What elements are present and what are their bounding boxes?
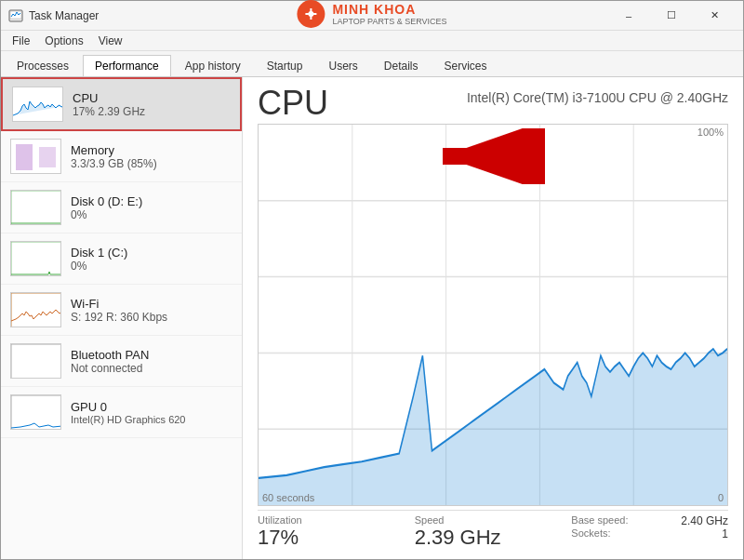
memory-value: 3.3/3.9 GB (85%) — [71, 157, 232, 170]
tab-startup[interactable]: Startup — [255, 55, 315, 76]
tab-users[interactable]: Users — [316, 55, 369, 76]
title-bar-controls: – ☐ ✕ — [607, 1, 736, 31]
cpu-main-title: CPU — [258, 87, 328, 120]
disk0-label: Disk 0 (D: E:) — [71, 194, 232, 208]
svg-rect-10 — [11, 293, 61, 327]
utilization-stat: Utilization 17% — [258, 514, 415, 550]
menu-options[interactable]: Options — [37, 33, 90, 49]
menu-file[interactable]: File — [5, 33, 37, 49]
disk1-value: 0% — [71, 260, 232, 273]
cpu-chart-svg — [259, 125, 727, 505]
speed-stat: Speed 2.39 GHz — [415, 514, 572, 550]
wifi-info: Wi-Fi S: 192 R: 360 Kbps — [71, 297, 232, 324]
sidebar-item-gpu[interactable]: GPU 0 Intel(R) HD Graphics 620 — [1, 387, 242, 438]
cpu-info: CPU 17% 2.39 GHz — [73, 91, 231, 118]
brand-circle-icon — [297, 0, 325, 28]
cpu-thumbnail — [12, 87, 63, 122]
cpu-header: CPU Intel(R) Core(TM) i3-7100U CPU @ 2.4… — [258, 87, 728, 120]
svg-rect-11 — [11, 344, 61, 379]
chart-label-zero: 0 — [718, 492, 724, 503]
bluetooth-thumbnail — [10, 343, 61, 379]
base-speed-row: Base speed: 2.40 GHz — [571, 514, 728, 527]
disk1-thumbnail — [10, 241, 61, 276]
tab-performance[interactable]: Performance — [83, 55, 171, 76]
title-bar-left: Task Manager — [8, 8, 99, 23]
wifi-thumbnail — [10, 292, 61, 327]
sidebar-item-disk0[interactable]: Disk 0 (D: E:) 0% — [1, 182, 242, 233]
brand-logo: MINH KHOA LAPTOP PARTS & SERVICES — [297, 0, 446, 28]
tabs-bar: Processes Performance App history Startu… — [1, 51, 743, 77]
tab-services[interactable]: Services — [432, 55, 499, 76]
bluetooth-info: Bluetooth PAN Not connected — [71, 348, 232, 375]
svg-rect-9 — [11, 242, 61, 276]
main-panel: CPU Intel(R) Core(TM) i3-7100U CPU @ 2.4… — [243, 77, 743, 559]
content-area: CPU 17% 2.39 GHz Memory 3.3/3.9 GB (85%) — [1, 77, 743, 559]
wifi-value: S: 192 R: 360 Kbps — [71, 311, 232, 324]
menu-view[interactable]: View — [91, 33, 130, 49]
sockets-row: Sockets: 1 — [571, 527, 728, 540]
disk1-info: Disk 1 (C:) 0% — [71, 246, 232, 273]
gpu-value: Intel(R) HD Graphics 620 — [71, 414, 232, 425]
close-button[interactable]: ✕ — [693, 1, 736, 31]
sidebar-item-cpu[interactable]: CPU 17% 2.39 GHz — [1, 77, 242, 131]
chart-label-time: 60 seconds — [262, 492, 314, 503]
bluetooth-label: Bluetooth PAN — [71, 348, 232, 362]
tab-app-history[interactable]: App history — [173, 55, 253, 76]
disk0-info: Disk 0 (D: E:) 0% — [71, 194, 232, 221]
speed-label: Speed — [415, 514, 572, 526]
sidebar-item-disk1[interactable]: Disk 1 (C:) 0% — [1, 233, 242, 285]
sockets-label: Sockets: — [571, 527, 610, 540]
svg-point-3 — [308, 11, 313, 17]
base-speed-stat: Base speed: 2.40 GHz Sockets: 1 — [571, 514, 728, 550]
task-manager-window: Task Manager MINH KHOA LAPTOP PARTS & SE… — [0, 0, 744, 560]
svg-rect-4 — [13, 87, 63, 122]
cpu-label: CPU — [73, 91, 231, 105]
gpu-info: GPU 0 Intel(R) HD Graphics 620 — [71, 400, 232, 425]
sockets-value: 1 — [722, 527, 728, 540]
svg-rect-6 — [16, 144, 33, 170]
chart-label-100: 100% — [698, 127, 724, 138]
utilization-value: 17% — [258, 526, 415, 550]
sidebar: CPU 17% 2.39 GHz Memory 3.3/3.9 GB (85%) — [1, 77, 243, 559]
disk1-label: Disk 1 (C:) — [71, 246, 232, 260]
sidebar-item-memory[interactable]: Memory 3.3/3.9 GB (85%) — [1, 131, 242, 182]
gpu-thumbnail — [10, 394, 61, 430]
base-speed-value: 2.40 GHz — [681, 514, 728, 527]
bluetooth-value: Not connected — [71, 362, 232, 375]
sidebar-item-wifi[interactable]: Wi-Fi S: 192 R: 360 Kbps — [1, 285, 242, 336]
menu-bar: File Options View — [1, 31, 743, 51]
cpu-value: 17% 2.39 GHz — [73, 105, 231, 118]
stats-bar: Utilization 17% Speed 2.39 GHz Base spee… — [258, 510, 728, 550]
svg-rect-8 — [11, 191, 61, 225]
window-title: Task Manager — [29, 9, 99, 22]
utilization-label: Utilization — [258, 514, 415, 526]
tab-processes[interactable]: Processes — [5, 55, 81, 76]
base-speed-label: Base speed: — [571, 514, 628, 527]
cpu-chart: 100% 60 seconds 0 — [258, 124, 728, 506]
wifi-label: Wi-Fi — [71, 297, 232, 311]
maximize-button[interactable]: ☐ — [650, 1, 693, 31]
tab-details[interactable]: Details — [372, 55, 431, 76]
memory-info: Memory 3.3/3.9 GB (85%) — [71, 143, 232, 170]
svg-marker-22 — [259, 349, 727, 505]
gpu-label: GPU 0 — [71, 400, 232, 414]
svg-rect-7 — [39, 147, 56, 167]
brand-info: MINH KHOA LAPTOP PARTS & SERVICES — [332, 2, 446, 27]
cpu-subtitle: Intel(R) Core(TM) i3-7100U CPU @ 2.40GHz — [467, 90, 728, 105]
disk0-thumbnail — [10, 190, 61, 225]
speed-value: 2.39 GHz — [415, 526, 572, 550]
sidebar-item-bluetooth[interactable]: Bluetooth PAN Not connected — [1, 336, 242, 387]
title-bar: Task Manager MINH KHOA LAPTOP PARTS & SE… — [1, 1, 743, 31]
taskmanager-icon — [8, 8, 23, 23]
disk0-value: 0% — [71, 208, 232, 221]
minimize-button[interactable]: – — [607, 1, 650, 31]
memory-label: Memory — [71, 143, 232, 157]
memory-thumbnail — [10, 139, 61, 174]
